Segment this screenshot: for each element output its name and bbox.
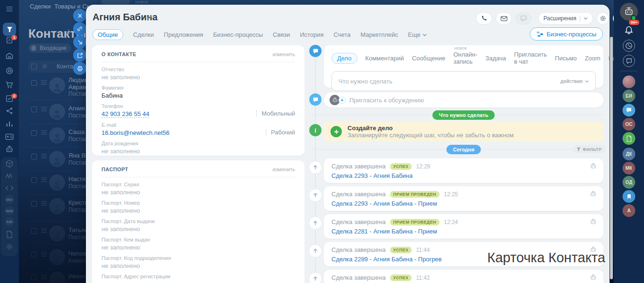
print-button[interactable] (73, 62, 86, 75)
chat-avatar-initials[interactable]: ОС (623, 118, 636, 131)
tab-business-processes[interactable]: Бизнес-процессы (213, 31, 263, 38)
collapse-button[interactable] (73, 35, 86, 49)
edit-section-link[interactable]: изменить (272, 51, 295, 57)
timeline-entry[interactable]: Сделка завершена УСПЕХ 12:29 Сделка 2293… (324, 158, 603, 183)
app-mo-icon[interactable]: MO (5, 195, 14, 204)
chat-avatar-initials[interactable]: А (623, 204, 636, 217)
cart-icon[interactable] (6, 81, 14, 89)
share-icon[interactable] (6, 107, 14, 115)
tab-more[interactable]: Еще (408, 31, 426, 38)
crm-icon[interactable] (6, 67, 14, 75)
row-checkbox[interactable] (31, 154, 37, 159)
composer-tab-message[interactable]: Сообщение (412, 55, 445, 62)
tab-invoices[interactable]: Счета (334, 31, 351, 38)
timeline-entry[interactable]: Сделка завершена ПРИЕМ ПРОВЕДЕН 12:25 Сд… (324, 186, 603, 211)
todo-input[interactable]: Что нужно сделать действия (331, 71, 596, 91)
select-all-checkbox[interactable] (31, 64, 37, 69)
email-button[interactable] (496, 12, 512, 25)
timeline-entry[interactable]: Сделка завершена ПРИЕМ ПРОВЕДЕН 12:24 Сд… (324, 214, 603, 239)
tab-general[interactable]: Общие (93, 29, 123, 40)
warehouse-icon[interactable] (6, 52, 14, 60)
tab-deals[interactable]: Сделки (133, 31, 154, 38)
analytics-icon[interactable] (6, 120, 14, 128)
row-checkbox[interactable] (31, 177, 37, 183)
composer-tab-invite-chat[interactable]: Пригласить в чат (514, 51, 547, 65)
documents-icon[interactable] (6, 231, 13, 238)
row-checkbox[interactable] (31, 107, 37, 112)
row-checkbox[interactable] (31, 130, 37, 136)
composer-tab-task[interactable]: Дело (331, 53, 357, 64)
row-menu-icon[interactable] (41, 252, 47, 257)
sites-cube-icon[interactable] (6, 160, 14, 168)
chat-avatar-initials[interactable]: МК (623, 162, 636, 175)
deal-link[interactable]: Сделка 2281 - Агния Бабина - Прием (331, 228, 596, 235)
chat-button[interactable] (516, 12, 532, 25)
composer-tab-letter[interactable]: Письмо (555, 55, 576, 62)
row-checkbox[interactable] (31, 275, 37, 280)
deal-link[interactable]: Сделка 2293 - Агния Бабина - Прием (331, 200, 596, 207)
todo-pill-button[interactable]: Что нужно сделать (432, 110, 495, 120)
top-tab-deals[interactable]: Сделки (30, 3, 51, 10)
row-menu-icon[interactable] (41, 107, 47, 111)
row-menu-icon[interactable] (41, 80, 47, 85)
columns-gear-icon[interactable] (42, 63, 48, 69)
plus-icon[interactable] (330, 126, 342, 137)
chat-avatar-photo[interactable] (623, 75, 636, 88)
chat-channel-icon[interactable] (623, 104, 636, 117)
composer-tab-zoom[interactable]: Zoom (585, 55, 600, 62)
edit-section-link[interactable]: изменить (272, 166, 295, 172)
filter-button[interactable]: ФИЛЬТР (572, 145, 606, 153)
call-button[interactable] (476, 12, 492, 25)
chat-avatar-initials[interactable]: ДК (623, 148, 636, 160)
invite-discussion-bar[interactable]: + Пригласить к обсуждению (324, 92, 603, 108)
settings-gear-button[interactable] (597, 12, 609, 25)
app-logo-icon[interactable] (3, 23, 16, 36)
composer-tab-online-booking[interactable]: НОВОЕ Онлайн-запись (453, 51, 477, 65)
copy-link-button[interactable] (73, 22, 86, 35)
row-menu-icon[interactable] (41, 177, 47, 182)
edit-title-icon[interactable] (146, 14, 153, 20)
composer-tab-comment[interactable]: Комментарий (365, 55, 404, 62)
phone-link[interactable]: 42 903 236 55 44 (102, 110, 149, 118)
row-menu-icon[interactable] (41, 228, 47, 233)
row-checkbox[interactable] (31, 252, 37, 258)
chat-notes-icon[interactable] (623, 132, 636, 145)
row-menu-icon[interactable] (41, 275, 47, 279)
tab-relations[interactable]: Связи (273, 31, 290, 38)
row-checkbox[interactable] (31, 228, 37, 234)
id-card-icon[interactable] (5, 133, 14, 140)
rail-settings-gear-icon[interactable] (6, 243, 13, 250)
saved-bookmark-icon[interactable] (623, 190, 636, 203)
tab-marketplace[interactable]: Маркетплейс (360, 31, 398, 38)
composer-tab-todo[interactable]: Задача (485, 55, 506, 62)
row-checkbox[interactable] (31, 201, 37, 207)
app-km-icon[interactable]: KM (5, 217, 14, 226)
menu-hamburger-icon[interactable] (6, 7, 13, 12)
row-checkbox[interactable] (31, 80, 37, 86)
messenger-icon[interactable] (623, 55, 635, 67)
create-task-hint-card[interactable]: Создайте дело Запланируйте следующий шаг… (324, 122, 603, 142)
row-menu-icon[interactable] (41, 201, 47, 206)
tab-offers[interactable]: Предложения (164, 31, 203, 38)
email-link[interactable]: 16.boris@newtech.net56 (102, 129, 169, 136)
open-new-window-button[interactable] (73, 49, 86, 62)
close-slider-button[interactable] (73, 9, 86, 22)
row-menu-icon[interactable] (41, 154, 47, 158)
row-menu-icon[interactable] (41, 130, 47, 135)
telephony-icon[interactable] (623, 40, 635, 52)
timeline-entry[interactable]: Сделка завершена УСПЕХ 11:42 Сделка 2293… (324, 270, 603, 283)
slider-scrollbar[interactable] (610, 37, 613, 279)
actions-dropdown[interactable]: действия (560, 78, 589, 84)
deal-link[interactable]: Сделка 2293 - Агния Бабина (331, 172, 596, 179)
pin-icon[interactable] (65, 29, 71, 35)
notifications-bell-icon[interactable] (622, 24, 636, 37)
extensions-button[interactable]: Расширения | (538, 12, 593, 25)
app-ww-icon[interactable]: WW (5, 206, 14, 216)
add-participant-icon[interactable]: + (339, 97, 346, 104)
business-processes-button[interactable]: Бизнес-процессы (530, 27, 603, 41)
filter-chip-incoming[interactable]: 0 Входящие (28, 43, 71, 53)
chat-avatar-initials[interactable]: ОД (623, 176, 636, 189)
marketing-icon[interactable] (6, 174, 14, 179)
tab-history[interactable]: История (300, 31, 323, 38)
developer-code-icon[interactable] (6, 186, 14, 191)
